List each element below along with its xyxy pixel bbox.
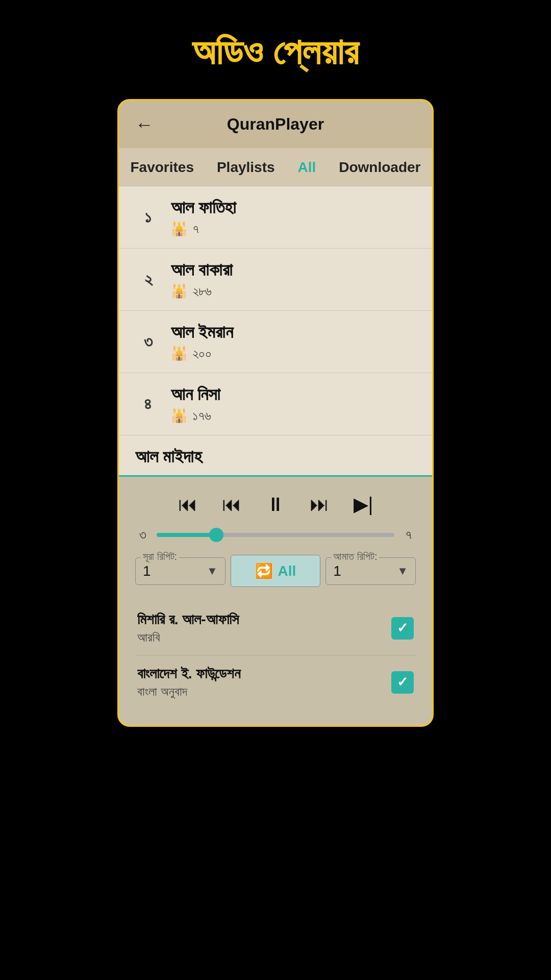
surah-repeat-box[interactable]: সূরা রিপিট: 1 ▼ [135, 557, 226, 585]
surah-number-1: ১ [135, 208, 161, 227]
reader-check-0[interactable]: ✓ [391, 617, 414, 640]
surah-item-1[interactable]: ১ আল ফাতিহা 🕌 ৭ [119, 186, 432, 249]
progress-end: ৭ [400, 527, 416, 543]
surah-name-3: আল ইমরান [171, 322, 233, 342]
check-icon-1: ✓ [397, 674, 408, 690]
surah-name-2: আল বাকারা [171, 260, 233, 280]
reader-info-0: মিশারি র. আল-আফাসি আরবি [137, 611, 239, 645]
ayat-repeat-box[interactable]: আমাত রিপিট: 1 ▼ [325, 557, 416, 585]
mosque-icon-4: 🕌 [171, 408, 187, 424]
surah-number-4: ৪ [135, 395, 161, 413]
progress-fill [157, 533, 216, 537]
progress-start: ৩ [135, 527, 151, 543]
tab-favorites[interactable]: Favorites [124, 157, 200, 178]
surah-verses-3: ২০০ [192, 346, 212, 361]
reader-lang-0: আরবি [137, 630, 239, 645]
surah-meta-2: 🕌 ২৮৬ [171, 283, 233, 299]
surah-number-3: ৩ [135, 332, 161, 351]
surah-name-5: আল মাইদাহ [135, 447, 202, 467]
reader-lang-1: বাংলা অনুবাদ [137, 684, 240, 699]
first-track-button[interactable]: ⏮ [176, 492, 199, 518]
reader-item-1[interactable]: বাংলাদেশ ই. ফাউন্ডেশন বাংলা অনুবাদ ✓ [135, 655, 416, 709]
surah-verses-4: ১৭৬ [192, 408, 211, 424]
ayat-repeat-label: আমাত রিপিট: [331, 551, 379, 562]
tab-all[interactable]: All [292, 157, 322, 178]
mosque-icon-1: 🕌 [171, 221, 187, 237]
player-section: ⏮ ⏮ ⏸ ⏭ ▶| ৩ ৭ সূরা রিপিট: [119, 475, 432, 725]
next-fast-button[interactable]: ⏭ [308, 492, 331, 518]
ayat-repeat-arrow: ▼ [397, 565, 408, 578]
reader-name-1: বাংলাদেশ ই. ফাউন্ডেশন [137, 666, 240, 682]
mosque-icon-2: 🕌 [171, 283, 187, 299]
back-button[interactable]: ← [135, 114, 154, 135]
app-container: ← QuranPlayer Favorites Playlists All Do… [117, 99, 434, 727]
tab-playlists[interactable]: Playlists [211, 157, 281, 178]
surah-meta-4: 🕌 ১৭৬ [171, 408, 220, 424]
progress-thumb [209, 528, 223, 542]
surah-info-2: আল বাকারা 🕌 ২৮৬ [171, 260, 233, 299]
ayat-repeat-value: 1 [333, 563, 341, 579]
surah-meta-1: 🕌 ৭ [171, 221, 236, 237]
surah-item-5-partial: আল মাইদাহ [119, 435, 432, 475]
surah-item-4[interactable]: ৪ আন নিসা 🕌 ১৭৬ [119, 373, 432, 435]
repeat-icon: 🔁 [255, 562, 273, 579]
pause-button[interactable]: ⏸ [264, 492, 287, 518]
surah-item-3[interactable]: ৩ আল ইমরান 🕌 ২০০ [119, 311, 432, 373]
surah-list: ১ আল ফাতিহা 🕌 ৭ ২ আল বাকারা 🕌 ২৮৬ [119, 186, 432, 475]
reader-item-0[interactable]: মিশারি র. আল-আফাসি আরবি ✓ [135, 601, 416, 655]
tabs-bar: Favorites Playlists All Downloader [119, 148, 432, 186]
page-bg-title: অডিও প্লেয়ার [192, 31, 359, 74]
surah-repeat-arrow: ▼ [207, 565, 218, 578]
progress-bar[interactable] [157, 533, 394, 537]
reader-name-0: মিশারি র. আল-আফাসি [137, 611, 239, 628]
surah-repeat-value: 1 [143, 563, 151, 579]
player-controls: ⏮ ⏮ ⏸ ⏭ ▶| [135, 491, 416, 518]
surah-info-4: আন নিসা 🕌 ১৭৬ [171, 384, 220, 424]
surah-info-1: আল ফাতিহা 🕌 ৭ [171, 198, 236, 237]
surah-info-3: আল ইমরান 🕌 ২০০ [171, 322, 233, 361]
surah-meta-3: 🕌 ২০০ [171, 346, 233, 361]
reader-check-1[interactable]: ✓ [391, 671, 414, 694]
surah-name-1: আল ফাতিহা [171, 198, 236, 218]
check-icon-0: ✓ [397, 620, 408, 636]
reader-info-1: বাংলাদেশ ই. ফাউন্ডেশন বাংলা অনুবাদ [137, 666, 240, 699]
repeat-all-button[interactable]: 🔁 All [231, 555, 321, 587]
prev-track-button[interactable]: ⏮ [220, 492, 243, 518]
app-title: QuranPlayer [227, 115, 324, 134]
surah-verses-2: ২৮৬ [192, 283, 212, 299]
repeat-row: সূরা রিপিট: 1 ▼ 🔁 All আমাত রিপিট: 1 ▼ [135, 555, 416, 587]
surah-name-4: আন নিসা [171, 384, 220, 405]
surah-item-2[interactable]: ২ আল বাকারা 🕌 ২৮৬ [119, 249, 432, 311]
app-header: ← QuranPlayer [119, 101, 432, 148]
repeat-all-text: All [278, 563, 296, 579]
next-track-button[interactable]: ▶| [352, 491, 375, 518]
surah-number-2: ২ [135, 270, 161, 289]
surah-verses-1: ৭ [192, 221, 199, 237]
mosque-icon-3: 🕌 [171, 346, 187, 361]
tab-downloader[interactable]: Downloader [333, 157, 427, 178]
outer-wrapper: অডিও প্লেয়ার ← QuranPlayer Favorites Pl… [0, 0, 551, 980]
progress-row: ৩ ৭ [135, 527, 416, 543]
surah-repeat-label: সূরা রিপিট: [141, 551, 179, 562]
